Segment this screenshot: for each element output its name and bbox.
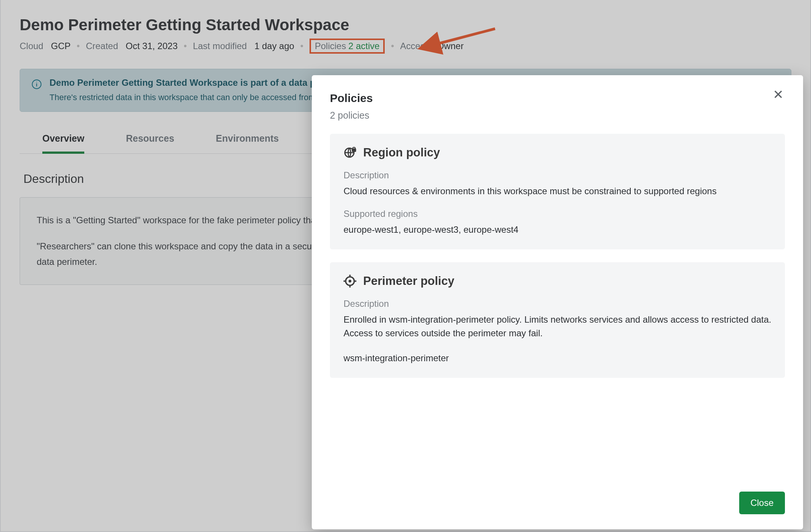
modal-title: Policies — [330, 92, 373, 105]
svg-rect-6 — [353, 147, 355, 149]
policy-field-value: Enrolled in wsm-integration-perimeter po… — [344, 313, 771, 340]
globe-lock-icon — [344, 146, 356, 159]
policy-field-value: europe-west1, europe-west3, europe-west4 — [344, 223, 771, 237]
policy-card-perimeter: Perimeter policy Description Enrolled in… — [330, 262, 785, 378]
modal-footer: Close — [330, 492, 785, 514]
policy-field-value: wsm-integration-perimeter — [344, 351, 771, 365]
policies-modal: Policies 2 policies ✕ Region policy Desc… — [312, 75, 803, 529]
modal-subtitle: 2 policies — [330, 110, 373, 121]
policy-field-label: Description — [344, 170, 771, 181]
close-icon[interactable]: ✕ — [771, 88, 785, 101]
svg-point-8 — [348, 280, 351, 282]
perimeter-target-icon — [344, 275, 356, 288]
policy-card-region: Region policy Description Cloud resource… — [330, 134, 785, 249]
policy-title: Perimeter policy — [363, 274, 454, 288]
policy-field-label: Supported regions — [344, 209, 771, 219]
policy-field-label: Description — [344, 298, 771, 309]
policy-field-value: Cloud resources & environments in this w… — [344, 184, 771, 198]
modal-header: Policies 2 policies ✕ — [330, 92, 785, 121]
close-button[interactable]: Close — [739, 492, 785, 514]
policy-title: Region policy — [363, 146, 440, 159]
